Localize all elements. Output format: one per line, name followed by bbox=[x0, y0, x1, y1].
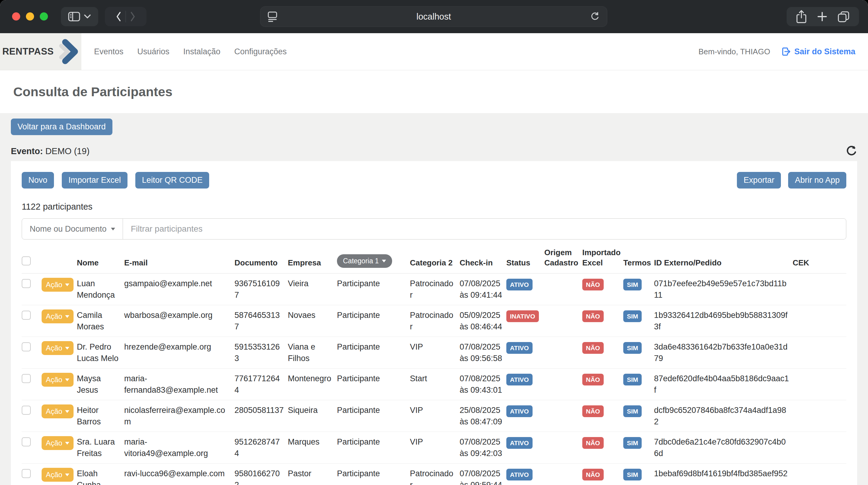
caret-down-icon bbox=[65, 315, 69, 318]
cell-empresa: Montenegro bbox=[288, 369, 337, 400]
history-nav bbox=[105, 7, 147, 26]
logout-link[interactable]: Sair do Sistema bbox=[781, 47, 855, 56]
cell-acao: Ação bbox=[41, 274, 77, 305]
cell-categoria1: Participante bbox=[337, 464, 410, 485]
app-header: RENTPASS Eventos Usuários Instalação Con… bbox=[0, 33, 868, 70]
row-checkbox[interactable] bbox=[22, 311, 31, 320]
row-checkbox[interactable] bbox=[22, 342, 31, 351]
cell-empresa: Viana e Filhos bbox=[288, 337, 337, 369]
import-excel-button[interactable]: Importar Excel bbox=[62, 172, 127, 189]
acao-button[interactable]: Ação bbox=[41, 341, 73, 355]
status-badge: ATIVO bbox=[506, 279, 532, 290]
row-checkbox[interactable] bbox=[22, 406, 31, 415]
cell-empresa: Pastor bbox=[288, 464, 337, 485]
tab-overview-button[interactable] bbox=[837, 11, 850, 22]
back-to-dashboard-button[interactable]: Voltar para a Dashboard bbox=[11, 118, 113, 135]
cell-nome: Eloah Cunha bbox=[77, 464, 124, 485]
acao-button[interactable]: Ação bbox=[41, 404, 73, 418]
header-checkin: Check-in bbox=[460, 247, 506, 274]
cell-documento: 95801662702 bbox=[235, 464, 288, 485]
cell-acao: Ação bbox=[41, 464, 77, 485]
table-header-row: Nome E-mail Documento Empresa Categoria … bbox=[22, 247, 846, 274]
importado-excel-badge: NÃO bbox=[582, 342, 604, 354]
nav-usuarios[interactable]: Usuários bbox=[137, 47, 170, 56]
new-tab-button[interactable] bbox=[817, 11, 828, 22]
event-label: Evento: bbox=[11, 146, 43, 156]
acao-button[interactable]: Ação bbox=[41, 373, 73, 387]
status-badge: ATIVO bbox=[506, 405, 532, 417]
minimize-window-button[interactable] bbox=[26, 12, 34, 21]
export-button[interactable]: Exportar bbox=[737, 172, 781, 189]
cell-status: ATIVO bbox=[506, 400, 544, 432]
cell-categoria1: Participante bbox=[337, 274, 410, 305]
address-bar[interactable]: localhost bbox=[260, 6, 607, 27]
acao-button[interactable]: Ação bbox=[41, 468, 73, 482]
cell-cek bbox=[793, 432, 846, 464]
caret-down-icon bbox=[382, 260, 386, 262]
cell-termos: SIM bbox=[623, 432, 654, 464]
status-badge: ATIVO bbox=[506, 437, 532, 449]
rentpass-logo[interactable]: RENTPASS bbox=[0, 33, 82, 70]
sidebar-toggle-button[interactable] bbox=[61, 7, 98, 26]
cell-nome: Maysa Jesus bbox=[77, 369, 124, 400]
open-in-app-button[interactable]: Abrir no App bbox=[788, 172, 846, 189]
nav-eventos[interactable]: Eventos bbox=[94, 47, 124, 56]
row-checkbox[interactable] bbox=[22, 469, 31, 478]
header-documento: Documento bbox=[235, 247, 288, 274]
forward-button[interactable] bbox=[129, 11, 137, 22]
categoria1-filter-button[interactable]: Categoria 1 bbox=[337, 254, 392, 268]
importado-excel-badge: NÃO bbox=[582, 310, 604, 322]
cell-importado-excel: NÃO bbox=[582, 337, 623, 369]
page-settings-icon[interactable] bbox=[268, 11, 277, 22]
cell-checkbox bbox=[22, 400, 41, 432]
acao-button[interactable]: Ação bbox=[41, 436, 73, 450]
nav-instalacao[interactable]: Instalação bbox=[183, 47, 220, 56]
new-button[interactable]: Novo bbox=[22, 172, 54, 189]
acao-button[interactable]: Ação bbox=[41, 310, 73, 323]
close-window-button[interactable] bbox=[12, 12, 20, 21]
nav-divider bbox=[125, 11, 126, 22]
header-categoria1: Categoria 1 bbox=[337, 247, 410, 274]
row-checkbox[interactable] bbox=[22, 279, 31, 288]
filter-field-dropdown[interactable]: Nome ou Documento bbox=[22, 218, 123, 239]
cell-termos: SIM bbox=[623, 337, 654, 369]
row-checkbox[interactable] bbox=[22, 374, 31, 383]
cell-status: ATIVO bbox=[506, 464, 544, 485]
cell-id-externo: dcfb9c65207846ba8fc374a4adf1a982 bbox=[654, 400, 793, 432]
acao-button[interactable]: Ação bbox=[41, 278, 73, 292]
cell-categoria1: Participante bbox=[337, 305, 410, 337]
zoom-window-button[interactable] bbox=[40, 12, 48, 21]
welcome-text: Bem-vindo, THIAGO bbox=[698, 47, 770, 56]
filter-input[interactable] bbox=[123, 218, 846, 239]
share-button[interactable] bbox=[796, 10, 807, 24]
header-nome: Nome bbox=[77, 247, 124, 274]
table-row: AçãoCamila Moraeswbarbosa@example.org587… bbox=[22, 305, 846, 337]
table-row: AçãoHeitor Barrosnicolasferreira@example… bbox=[22, 400, 846, 432]
row-checkbox[interactable] bbox=[22, 437, 31, 447]
nav-configuracoes[interactable]: Configurações bbox=[234, 47, 287, 56]
caret-down-icon bbox=[65, 410, 69, 413]
cell-origem-cadastro bbox=[544, 337, 582, 369]
categoria1-label: Categoria 1 bbox=[343, 257, 379, 265]
cell-checkin: 07/08/2025às 09:41:44 bbox=[460, 274, 506, 305]
header-email: E-mail bbox=[124, 247, 235, 274]
logout-icon bbox=[781, 47, 791, 56]
cell-categoria1: Participante bbox=[337, 400, 410, 432]
refresh-button[interactable] bbox=[846, 145, 857, 157]
select-all-checkbox[interactable] bbox=[22, 256, 31, 265]
cell-categoria2: Patrocinador bbox=[410, 464, 460, 485]
cell-acao: Ação bbox=[41, 305, 77, 337]
cell-importado-excel: NÃO bbox=[582, 432, 623, 464]
cell-cek bbox=[793, 400, 846, 432]
cell-id-externo: 87edef620dfe4b04aa5b8186dc9aac1f bbox=[654, 369, 793, 400]
cell-importado-excel: NÃO bbox=[582, 305, 623, 337]
caret-down-icon bbox=[65, 442, 69, 445]
reload-button[interactable] bbox=[590, 11, 600, 22]
cell-origem-cadastro bbox=[544, 464, 582, 485]
qr-reader-button[interactable]: Leitor QR CODE bbox=[135, 172, 209, 189]
card-toolbar: Novo Importar Excel Leitor QR CODE Expor… bbox=[22, 172, 846, 189]
cell-checkin: 25/08/2025às 08:47:09 bbox=[460, 400, 506, 432]
cell-email: hrezende@example.org bbox=[124, 337, 235, 369]
back-button[interactable] bbox=[115, 11, 122, 22]
cell-documento: 28050581137 bbox=[235, 400, 288, 432]
